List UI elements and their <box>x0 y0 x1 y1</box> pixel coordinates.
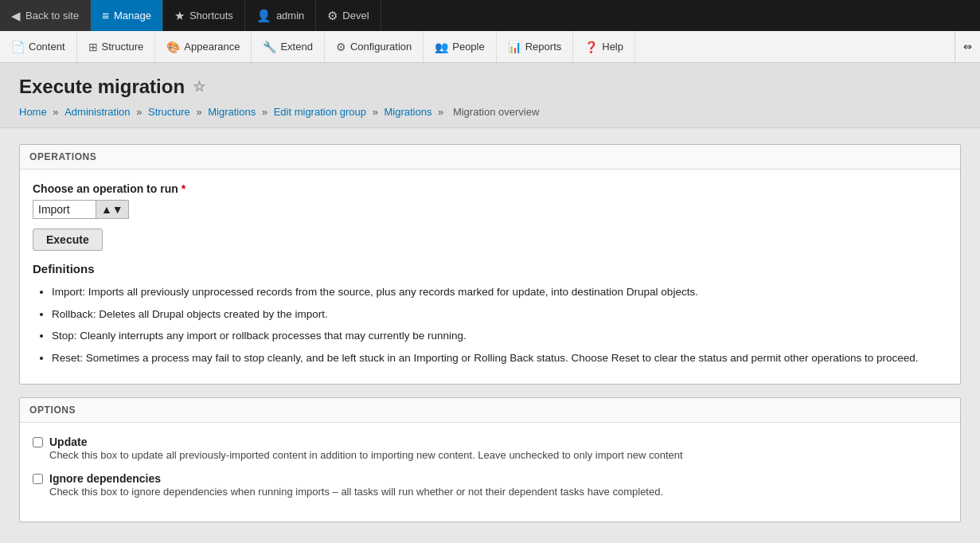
definition-rollback: Rollback: Deletes all Drupal objects cre… <box>52 306 947 323</box>
nav-structure[interactable]: ⊞ Structure <box>77 31 156 62</box>
nav-content[interactable]: 📄 Content <box>0 31 77 62</box>
select-wrapper: Import Rollback Stop Reset ▲▼ <box>33 200 947 219</box>
nav-help[interactable]: ❓ Help <box>573 31 635 62</box>
shortcuts-link[interactable]: ★ Shortcuts <box>163 0 245 31</box>
appearance-label: Appearance <box>184 41 240 53</box>
shortcut-star-icon[interactable]: ☆ <box>193 78 205 96</box>
extend-label: Extend <box>280 41 312 53</box>
ignore-deps-desc: Check this box to ignore dependencies wh… <box>49 486 663 498</box>
devel-icon: ⚙ <box>327 9 338 23</box>
page-wrapper: Execute migration ☆ Home » Administratio… <box>0 63 980 543</box>
page-title-area: Execute migration ☆ Home » Administratio… <box>0 63 980 128</box>
select-arrow-btn[interactable]: ▲▼ <box>96 200 129 219</box>
nav-reports[interactable]: 📊 Reports <box>497 31 574 62</box>
breadcrumb-sep-3: » <box>262 106 271 118</box>
ignore-deps-row: Ignore dependencies Check this box to ig… <box>33 472 947 498</box>
help-label: Help <box>602 41 623 53</box>
definitions-title: Definitions <box>33 262 947 275</box>
update-row: Update Check this box to update all prev… <box>33 436 947 461</box>
definition-reset: Reset: Sometimes a process may fail to s… <box>52 350 947 367</box>
breadcrumb-migrations[interactable]: Migrations <box>208 106 256 118</box>
devel-label: Devel <box>342 10 369 21</box>
update-desc: Check this box to update all previously-… <box>49 449 683 461</box>
breadcrumb-home[interactable]: Home <box>19 106 47 118</box>
shortcuts-icon: ★ <box>174 9 185 23</box>
breadcrumb-migration-overview: Migration overview <box>453 106 539 118</box>
required-star: * <box>182 182 185 195</box>
breadcrumb-structure[interactable]: Structure <box>148 106 190 118</box>
operation-select[interactable]: Import Rollback Stop Reset <box>33 200 96 219</box>
definition-stop: Stop: Cleanly interrupts any import or r… <box>52 327 947 345</box>
nav-extend[interactable]: 🔧 Extend <box>252 31 324 62</box>
appearance-icon: 🎨 <box>166 41 180 53</box>
devel-link[interactable]: ⚙ Devel <box>316 0 381 31</box>
secondary-nav: 📄 Content ⊞ Structure 🎨 Appearance 🔧 Ext… <box>0 31 980 63</box>
people-label: People <box>452 41 484 53</box>
content-label: Content <box>29 41 65 53</box>
breadcrumb-migrations-2[interactable]: Migrations <box>384 106 431 118</box>
operations-body: Choose an operation to run * Import Roll… <box>20 170 960 384</box>
choose-operation-label: Choose an operation to run * <box>33 182 947 195</box>
reports-label: Reports <box>525 41 562 53</box>
options-body: Update Check this box to update all prev… <box>20 423 960 522</box>
definitions-list: Import: Imports all previously unprocess… <box>33 283 947 366</box>
breadcrumb-sep-2: » <box>196 106 205 118</box>
breadcrumb-sep-1: » <box>136 106 145 118</box>
back-icon: ◀ <box>11 9 21 23</box>
admin-link[interactable]: 👤 admin <box>245 0 316 31</box>
help-icon: ❓ <box>584 41 598 53</box>
collapse-icon: ⇔ <box>963 41 972 53</box>
breadcrumb-administration[interactable]: Administration <box>64 106 130 118</box>
structure-icon: ⊞ <box>88 41 98 53</box>
operations-fieldset: OPERATIONS Choose an operation to run * … <box>19 144 961 385</box>
manage-label: Manage <box>114 10 151 21</box>
admin-label: admin <box>276 10 304 21</box>
breadcrumb-sep-0: » <box>53 106 61 118</box>
admin-bar: ◀ Back to site ≡ Manage ★ Shortcuts 👤 ad… <box>0 0 980 31</box>
operations-legend: OPERATIONS <box>20 145 960 170</box>
breadcrumb-sep-4: » <box>373 106 381 118</box>
back-to-site-label: Back to site <box>25 10 79 21</box>
ignore-deps-checkbox[interactable] <box>33 474 43 484</box>
breadcrumb-edit-migration-group[interactable]: Edit migration group <box>274 106 366 118</box>
nav-configuration[interactable]: ⚙ Configuration <box>325 31 424 62</box>
breadcrumb: Home » Administration » Structure » Migr… <box>19 106 961 118</box>
nav-collapse-btn[interactable]: ⇔ <box>955 31 980 62</box>
reports-icon: 📊 <box>508 41 521 53</box>
update-checkbox[interactable] <box>33 437 43 447</box>
nav-people[interactable]: 👥 People <box>424 31 496 62</box>
execute-button[interactable]: Execute <box>33 229 103 251</box>
options-legend: OPTIONS <box>20 398 960 423</box>
ignore-deps-label: Ignore dependencies <box>49 472 663 485</box>
manage-icon: ≡ <box>102 9 109 22</box>
people-icon: 👥 <box>435 41 448 53</box>
nav-appearance[interactable]: 🎨 Appearance <box>155 31 252 62</box>
config-label: Configuration <box>350 41 412 53</box>
page-title-text: Execute migration <box>19 76 185 98</box>
options-fieldset: OPTIONS Update Check this box to update … <box>19 397 961 522</box>
user-icon: 👤 <box>256 9 271 23</box>
extend-icon: 🔧 <box>263 41 276 53</box>
manage-link[interactable]: ≡ Manage <box>91 0 163 31</box>
page-title: Execute migration ☆ <box>19 76 961 98</box>
definition-import: Import: Imports all previously unprocess… <box>52 283 947 301</box>
main-content: OPERATIONS Choose an operation to run * … <box>0 128 980 543</box>
update-label: Update <box>49 436 683 448</box>
breadcrumb-sep-5: » <box>438 106 447 118</box>
back-to-site-link[interactable]: ◀ Back to site <box>0 0 91 31</box>
structure-label: Structure <box>102 41 144 53</box>
shortcuts-label: Shortcuts <box>189 10 233 21</box>
content-icon: 📄 <box>11 41 25 53</box>
config-icon: ⚙ <box>336 41 346 53</box>
